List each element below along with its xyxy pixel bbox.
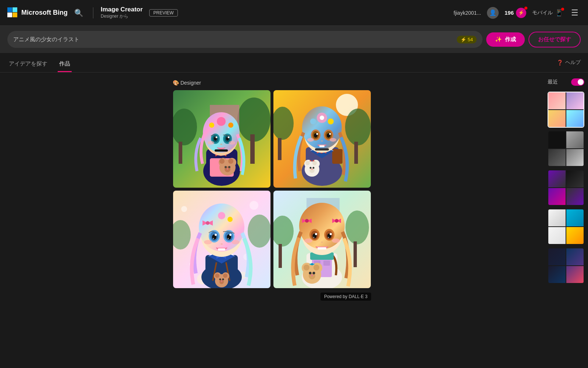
svg-point-46 (345, 109, 371, 145)
svg-rect-0 (7, 7, 12, 12)
svg-rect-140 (279, 244, 282, 268)
search-input[interactable] (13, 36, 457, 43)
sidebar-group-3[interactable] (548, 170, 584, 206)
svg-rect-47 (278, 138, 282, 160)
images-grid (173, 90, 371, 288)
svg-point-82 (329, 133, 331, 135)
svg-point-83 (307, 138, 314, 142)
sidebar-thumb-1-3 (548, 110, 566, 127)
sidebar-thumb-5-3 (548, 266, 566, 283)
sidebar-header: 最近 (548, 78, 584, 86)
svg-point-130 (228, 238, 229, 239)
svg-rect-87 (315, 148, 329, 151)
toggle-knob (578, 79, 584, 85)
svg-point-156 (313, 272, 315, 275)
svg-rect-86 (319, 145, 325, 147)
svg-rect-147 (323, 261, 330, 266)
mobile-section[interactable]: モバイル 📱 (532, 9, 563, 17)
svg-point-131 (204, 240, 212, 244)
svg-rect-7 (179, 142, 182, 164)
sidebar: 最近 (544, 72, 588, 368)
sidebar-group-2[interactable] (548, 131, 584, 167)
bing-name: Microsoft Bing (21, 9, 68, 17)
sidebar-thumb-2-3 (548, 149, 566, 166)
svg-point-176 (315, 233, 317, 235)
svg-point-152 (304, 265, 309, 270)
svg-point-85 (321, 140, 323, 142)
sidebar-thumb-5-4 (566, 266, 584, 283)
tab-works[interactable]: 作品 (58, 57, 72, 72)
svg-point-84 (330, 138, 336, 142)
svg-point-37 (229, 141, 235, 145)
designer-subtitle: Designer から (101, 13, 143, 20)
main-content: 🎨 Designer (0, 72, 588, 368)
svg-point-74 (320, 116, 324, 120)
image-cell-3[interactable] (173, 191, 270, 288)
svg-point-180 (304, 238, 312, 243)
boost-icon: ⚡ (460, 37, 466, 42)
sidebar-group-4[interactable] (548, 209, 584, 245)
menu-button[interactable]: ☰ (569, 6, 581, 20)
svg-point-38 (220, 144, 222, 145)
svg-point-155 (309, 272, 312, 275)
svg-rect-3 (12, 13, 17, 17)
svg-point-169 (335, 219, 338, 223)
svg-point-60 (305, 161, 310, 165)
help-icon: ❓ (557, 60, 563, 66)
svg-point-90 (250, 201, 258, 210)
sidebar-thumb-4-4 (566, 227, 584, 244)
svg-point-39 (217, 117, 226, 126)
tab-ideas[interactable]: アイデアを探す (7, 57, 49, 72)
header-divider (93, 7, 93, 18)
svg-point-20 (228, 159, 233, 164)
powered-by-section: Powered by DALL·E 3 (173, 293, 371, 301)
brand-block: Image Creator Designer から (101, 6, 143, 20)
svg-point-178 (313, 237, 315, 238)
sidebar-thumb-4-3 (548, 227, 566, 244)
sidebar-group-1[interactable] (548, 92, 584, 128)
svg-point-22 (225, 166, 227, 168)
svg-rect-8 (250, 134, 255, 164)
create-icon: ✨ (495, 36, 502, 43)
svg-rect-51 (332, 149, 343, 164)
search-icon-button[interactable]: 🔍 (72, 6, 86, 20)
surprise-button[interactable]: お任せで探す (528, 32, 581, 47)
sidebar-thumb-1-4 (566, 110, 584, 127)
image-cell-1[interactable] (173, 90, 270, 188)
image-creator-title: Image Creator (101, 6, 143, 13)
svg-point-73 (328, 118, 334, 124)
svg-rect-2 (7, 13, 12, 17)
create-button[interactable]: ✨ 作成 (486, 32, 525, 47)
user-avatar[interactable]: 👤 (487, 7, 499, 19)
coins-section: 196 ⚡ (505, 8, 526, 18)
bing-logo-icon (7, 7, 18, 18)
svg-point-89 (181, 206, 187, 212)
image-cell-4[interactable] (273, 191, 371, 288)
svg-point-64 (313, 167, 315, 169)
svg-rect-1 (12, 7, 17, 12)
svg-point-120 (206, 221, 209, 225)
sidebar-group-5[interactable] (548, 248, 584, 284)
svg-point-114 (221, 280, 222, 282)
mobile-icon: 📱 (555, 9, 563, 17)
sidebar-thumb-3-4 (566, 188, 584, 205)
coin-count: 196 (505, 10, 514, 16)
search-bar-area: ⚡ 54 ✨ 作成 お任せで探す (0, 26, 588, 53)
powered-by-badge: Powered by DALL·E 3 (320, 293, 371, 301)
images-area: 🎨 Designer (0, 72, 544, 368)
bing-logo: Microsoft Bing (7, 7, 68, 18)
recent-toggle[interactable] (571, 78, 584, 86)
designer-credit: 🎨 Designer (173, 80, 371, 86)
svg-point-139 (345, 210, 369, 244)
anime-image-1 (173, 90, 270, 188)
help-link[interactable]: ❓ ヘルプ (557, 59, 581, 70)
svg-point-153 (313, 265, 319, 270)
anime-image-2 (273, 90, 371, 188)
svg-point-128 (229, 234, 232, 236)
svg-point-129 (213, 238, 214, 239)
sidebar-label: 最近 (548, 79, 558, 85)
image-cell-2[interactable] (273, 90, 371, 188)
svg-point-160 (311, 263, 313, 265)
svg-point-72 (310, 118, 316, 124)
svg-point-177 (330, 233, 332, 235)
